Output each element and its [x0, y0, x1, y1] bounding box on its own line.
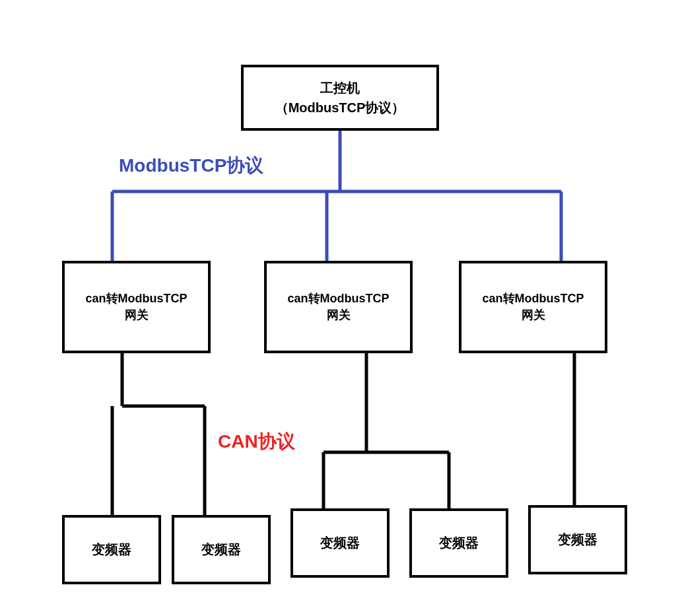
can-protocol-label: CAN协议 — [218, 429, 295, 454]
gateway3-line2: 网关 — [522, 307, 545, 324]
gateway-box-1: can转ModbusTCP 网关 — [62, 261, 211, 353]
gateway1-line2: 网关 — [125, 307, 149, 324]
vfd2-label: 变频器 — [201, 541, 241, 559]
vfd3-label: 变频器 — [320, 534, 360, 552]
vfd-box-4: 变频器 — [409, 508, 508, 578]
gateway3-line1: can转ModbusTCP — [482, 291, 584, 307]
gateway-box-2: can转ModbusTCP 网关 — [264, 261, 413, 353]
modbus-tcp-label: ModbusTCP协议 — [119, 153, 263, 178]
controller-protocol: （ModbusTCP协议） — [275, 98, 405, 118]
gateway1-line1: can转ModbusTCP — [85, 291, 187, 307]
gateway2-line2: 网关 — [327, 307, 351, 324]
vfd-box-1: 变频器 — [62, 515, 161, 584]
controller-box: 工控机 （ModbusTCP协议） — [241, 65, 439, 131]
vfd5-label: 变频器 — [558, 531, 597, 549]
vfd4-label: 变频器 — [439, 534, 479, 552]
vfd-box-3: 变频器 — [290, 508, 390, 578]
gateway2-line1: can转ModbusTCP — [287, 291, 389, 307]
gateway-box-3: can转ModbusTCP 网关 — [459, 261, 607, 353]
vfd-box-5: 变频器 — [528, 505, 627, 574]
vfd-box-2: 变频器 — [172, 515, 271, 584]
controller-title: 工控机 — [320, 78, 360, 98]
vfd1-label: 变频器 — [92, 541, 131, 559]
